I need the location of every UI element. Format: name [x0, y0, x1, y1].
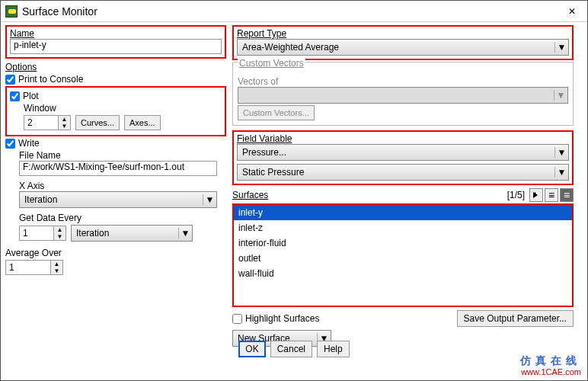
window-title: Surface Monitor [22, 5, 97, 18]
spin-down-icon[interactable]: ▼ [51, 267, 62, 274]
print-to-console-check[interactable]: Print to Console [5, 74, 226, 85]
print-checkbox[interactable] [5, 75, 15, 85]
plot-check[interactable]: Plot [10, 91, 222, 101]
help-button[interactable]: Help [317, 341, 350, 357]
plot-label: Plot [23, 91, 39, 101]
cancel-button[interactable]: Cancel [270, 341, 312, 357]
surfaces-listbox[interactable]: inlet-y inlet-z interior-fluid outlet wa… [232, 203, 574, 307]
dropdown-arrow-icon: ▼ [554, 167, 568, 178]
custom-vectors-button: Custom Vectors... [238, 105, 315, 120]
watermark: 仿真在线 www.1CAE.com [520, 354, 581, 377]
app-icon [5, 5, 18, 18]
field-var-b: Static Pressure [238, 167, 554, 178]
vectors-of-dropdown: ▼ [238, 87, 568, 104]
plot-checkbox[interactable] [10, 91, 20, 101]
window-spinner[interactable]: 2 ▲▼ [24, 115, 71, 130]
field-variable-label: Field Variable [237, 133, 569, 144]
getdata-value[interactable]: 1 [19, 226, 54, 241]
getdata-label: Get Data Every [19, 213, 226, 223]
dropdown-arrow-icon: ▼ [203, 194, 216, 205]
dropdown-arrow-icon: ▼ [178, 228, 192, 239]
surfaces-label: Surfaces [232, 190, 268, 200]
field-var-b-dropdown[interactable]: Static Pressure ▼ [237, 164, 569, 181]
surfaces-deselect-all-button[interactable] [560, 188, 574, 202]
window-label: Window [24, 103, 222, 114]
name-group: Name p-inlet-y [5, 25, 226, 59]
list-item[interactable]: outlet [234, 251, 572, 266]
dropdown-arrow-icon: ▼ [554, 147, 568, 158]
xaxis-label: X Axis [19, 181, 226, 191]
spin-up-icon[interactable]: ▲ [59, 116, 70, 123]
close-button[interactable] [561, 4, 583, 19]
dropdown-arrow-icon: ▼ [554, 90, 567, 101]
highlight-checkbox[interactable] [232, 314, 242, 324]
avg-value[interactable]: 1 [5, 260, 51, 275]
options-label: Options [5, 62, 226, 72]
surfaces-count: [1/5] [507, 190, 525, 200]
write-check[interactable]: Write [5, 138, 226, 149]
file-name-label: File Name [19, 150, 226, 161]
getdata-unit: Iteration [72, 228, 178, 239]
xaxis-value: Iteration [20, 194, 203, 205]
list-item[interactable]: inlet-y [234, 205, 572, 220]
titlebar[interactable]: Surface Monitor [1, 1, 587, 22]
print-label: Print to Console [18, 74, 83, 85]
report-type-value: Area-Weighted Average [238, 42, 554, 53]
plot-group: Plot Window 2 ▲▼ Curves... Axes... [5, 86, 226, 136]
save-output-button[interactable]: Save Output Parameter... [457, 310, 574, 327]
report-type-dropdown[interactable]: Area-Weighted Average ▼ [237, 39, 569, 56]
avg-spinner[interactable]: 1 ▲▼ [5, 260, 226, 275]
dialog-buttons: OK Cancel Help [1, 341, 587, 357]
list-item[interactable]: inlet-z [234, 220, 572, 235]
report-type-label: Report Type [237, 28, 569, 39]
window-value[interactable]: 2 [24, 115, 59, 130]
highlight-label: Highlight Surfaces [245, 313, 319, 324]
custom-vectors-group: Custom Vectors Vectors of ▼ Custom Vecto… [232, 62, 574, 126]
field-var-a-dropdown[interactable]: Pressure... ▼ [237, 144, 569, 161]
file-name-input[interactable]: F:/work/WS1-Mixing-Tee/surf-mon-1.out [19, 161, 217, 176]
name-label: Name [10, 28, 222, 39]
axes-button[interactable]: Axes... [124, 115, 161, 130]
field-var-a: Pressure... [238, 147, 554, 158]
spin-down-icon[interactable]: ▼ [59, 123, 70, 130]
highlight-check[interactable]: Highlight Surfaces [232, 313, 319, 324]
write-label: Write [18, 138, 40, 149]
write-checkbox[interactable] [5, 139, 15, 149]
vectors-of-label: Vectors of [238, 76, 568, 87]
spin-up-icon[interactable]: ▲ [51, 261, 62, 267]
watermark-text: 仿真在线 [520, 354, 581, 367]
ok-button[interactable]: OK [238, 341, 265, 357]
getdata-unit-dropdown[interactable]: Iteration ▼ [71, 225, 193, 242]
list-item[interactable]: interior-fluid [234, 235, 572, 251]
avg-label: Average Over [5, 248, 226, 258]
report-type-group: Report Type Area-Weighted Average ▼ [232, 25, 574, 60]
list-item[interactable]: wall-fluid [234, 266, 572, 281]
dropdown-arrow-icon: ▼ [554, 42, 568, 53]
watermark-url: www.1CAE.com [520, 367, 581, 377]
spin-up-icon[interactable]: ▲ [54, 226, 66, 233]
surfaces-select-all-button[interactable] [545, 188, 558, 202]
custom-vectors-label: Custom Vectors [238, 58, 305, 69]
getdata-spinner[interactable]: 1 ▲▼ [19, 226, 66, 241]
surfaces-filter-button[interactable]: ▲ [529, 188, 543, 202]
xaxis-dropdown[interactable]: Iteration ▼ [19, 191, 217, 208]
name-input[interactable]: p-inlet-y [10, 39, 222, 54]
curves-button[interactable]: Curves... [75, 115, 120, 130]
spin-down-icon[interactable]: ▼ [54, 233, 66, 240]
field-variable-group: Field Variable Pressure... ▼ Static Pres… [232, 130, 574, 185]
